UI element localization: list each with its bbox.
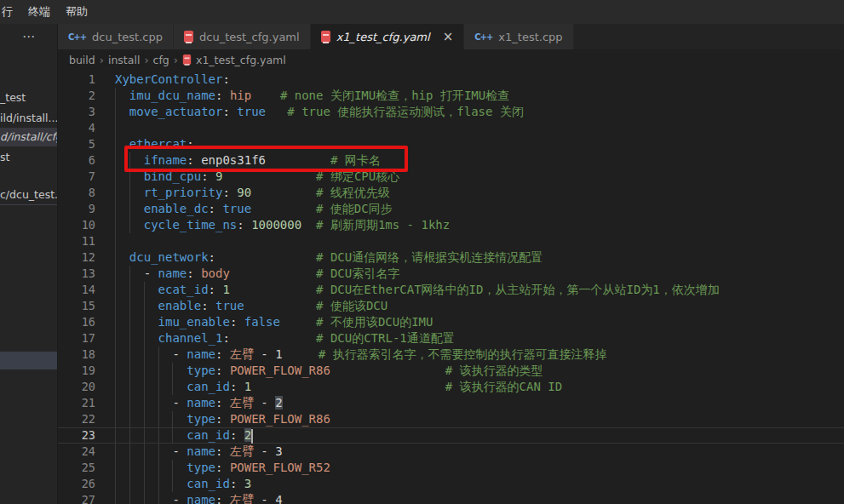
code-content: - name: 左臂 - 2	[115, 395, 844, 411]
code-line-18[interactable]: 18 - name: 左臂 - 1 # 执行器索引名字，不需要控制的执行器可直接…	[58, 346, 844, 363]
code-token: move_actuator	[129, 105, 223, 118]
code-token: dcu_network	[129, 250, 209, 264]
breadcrumb-segment[interactable]: install	[108, 54, 140, 66]
code-line-3[interactable]: 3 move_actuator: true # true 使能执行器运动测试，f…	[58, 104, 844, 120]
close-icon[interactable]: ×	[443, 31, 454, 43]
code-token: # 刷新周期1ms - 1khz	[316, 218, 450, 232]
code-token	[115, 364, 187, 377]
sidebar-item[interactable]: c/dcu_test...	[0, 186, 58, 204]
code-content: - name: body # DCU索引名字	[115, 266, 844, 282]
code-token: # 使能DC同步	[316, 202, 393, 215]
line-number: 22	[58, 411, 95, 427]
code-line-11[interactable]: 11	[58, 233, 844, 249]
code-content: rt_priority: 90 # 线程优先级	[115, 185, 844, 201]
code-line-23[interactable]: 23 can_id: 2	[58, 427, 844, 444]
code-editor[interactable]: 1XyberController:2 imu_dcu_name: hip # n…	[58, 71, 844, 504]
code-line-19[interactable]: 19 type: POWER_FLOW_R86 # 该执行器的类型	[58, 363, 844, 379]
code-line-7[interactable]: 7 bind_cpu: 9 # 绑定CPU核心	[58, 169, 844, 185]
line-number: 13	[58, 266, 95, 282]
sidebar-item[interactable]: d/install/cfg	[0, 128, 58, 146]
code-line-6[interactable]: 6 ifname: enp0s31f6 # 网卡名	[58, 152, 844, 169]
code-token	[230, 331, 316, 345]
line-number: 1	[58, 72, 95, 88]
more-actions-icon[interactable]: ⋯	[22, 29, 36, 44]
code-token: can_id	[187, 477, 230, 490]
indent-guide	[129, 379, 130, 395]
code-token: - 3	[254, 444, 283, 458]
breadcrumb[interactable]: build›install›cfg›x1_test_cfg.yaml	[58, 49, 844, 70]
code-line-20[interactable]: 20 can_id: 1 # 该执行器的CAN ID	[58, 379, 844, 395]
code-line-27[interactable]: 27 - name: 左臂 - 4	[58, 492, 844, 504]
indent-guide	[115, 363, 116, 379]
code-token	[266, 153, 330, 167]
code-token	[330, 364, 445, 377]
indent-guide	[158, 492, 159, 504]
code-line-8[interactable]: 8 rt_priority: 90 # 线程优先级	[58, 185, 844, 201]
code-line-16[interactable]: 16 imu_enable: false # 不使用该DCU的IMU	[58, 314, 844, 330]
code-token: 2	[244, 428, 251, 442]
sidebar-item[interactable]: _test	[0, 89, 58, 107]
code-content	[115, 120, 844, 136]
code-token: imu_enable	[158, 315, 230, 329]
code-token: 90	[237, 186, 251, 199]
indent-guide	[115, 346, 116, 363]
breadcrumb-segment[interactable]: build	[69, 54, 95, 66]
tab-dcu_test.cpp[interactable]: C++dcu_test.cpp	[58, 24, 174, 49]
code-token: :	[222, 105, 237, 118]
code-token: # 使能该DCU	[316, 299, 388, 312]
code-line-12[interactable]: 12 dcu_network: # DCU通信网络，请根据实机连接情况配置	[58, 249, 844, 266]
code-content: ecat_id: 1 # DCU在EtherCAT网络中的ID，从主站开始，第一…	[115, 282, 844, 298]
code-token: # none 关闭IMU检查，hip 打开IMU检查	[280, 89, 509, 102]
code-content: dcu_network: # DCU通信网络，请根据实机连接情况配置	[115, 249, 844, 266]
code-token: :	[215, 364, 230, 377]
code-token: channel_1	[158, 331, 223, 345]
sidebar-highlight-row[interactable]	[0, 352, 58, 369]
breadcrumb-segment[interactable]: cfg	[153, 54, 169, 66]
code-token	[230, 266, 316, 280]
code-content: - name: 左臂 - 1 # 执行器索引名字，不需要控制的执行器可直接注释掉	[115, 346, 844, 363]
code-token: imu_dcu_name	[129, 89, 215, 102]
sidebar-item[interactable]: st	[0, 148, 58, 167]
breadcrumb-file[interactable]: x1_test_cfg.yaml	[196, 54, 286, 66]
code-line-26[interactable]: 26 can_id: 3	[58, 476, 844, 492]
code-line-25[interactable]: 25 type: POWER_FLOW_R52	[58, 460, 844, 476]
code-token: true	[237, 105, 266, 118]
code-token: :	[215, 412, 230, 426]
indent-guide	[115, 233, 116, 249]
code-token: :	[230, 315, 244, 329]
code-line-17[interactable]: 17 channel_1: # DCU的CTRL-1通道配置	[58, 330, 844, 346]
indent-guide	[115, 152, 116, 169]
code-line-22[interactable]: 22 type: POWER_FLOW_R86	[58, 411, 844, 427]
sidebar-item[interactable]: ild/install...	[0, 109, 58, 128]
code-line-4[interactable]: 4	[58, 120, 844, 136]
code-line-5[interactable]: 5 ethercat:	[58, 136, 844, 152]
code-line-24[interactable]: 24 - name: 左臂 - 3	[58, 444, 844, 460]
text-cursor	[251, 429, 253, 444]
code-line-14[interactable]: 14 ecat_id: 1 # DCU在EtherCAT网络中的ID，从主站开始…	[58, 282, 844, 298]
tab-x1_test_cfg.yaml[interactable]: x1_test_cfg.yaml×	[311, 24, 465, 49]
code-content: can_id: 2	[115, 428, 844, 443]
code-line-15[interactable]: 15 enable: true # 使能该DCU	[58, 298, 844, 314]
menu-item-帮助[interactable]: 帮助	[58, 4, 95, 20]
code-line-13[interactable]: 13 - name: body # DCU索引名字	[58, 266, 844, 282]
menu-item-终端[interactable]: 终端	[20, 4, 58, 20]
code-line-21[interactable]: 21 - name: 左臂 - 2	[58, 395, 844, 411]
code-token: ethercat	[129, 137, 187, 151]
code-line-2[interactable]: 2 imu_dcu_name: hip # none 关闭IMU检查，hip 打…	[58, 88, 844, 104]
code-token	[115, 380, 187, 393]
code-token: :	[222, 331, 229, 345]
menu-item-行[interactable]: 行	[0, 4, 20, 20]
code-line-1[interactable]: 1XyberController:	[58, 72, 844, 88]
code-token: POWER_FLOW_R52	[230, 461, 330, 474]
indent-guide	[129, 266, 130, 282]
code-token: # 该执行器的类型	[445, 364, 543, 377]
code-line-9[interactable]: 9 enable_dc: true # 使能DC同步	[58, 201, 844, 217]
indent-guide	[129, 363, 130, 379]
code-content: ethercat:	[115, 136, 844, 152]
indent-guide	[115, 492, 116, 504]
code-line-10[interactable]: 10 cycle_time_ns: 1000000 # 刷新周期1ms - 1k…	[58, 217, 844, 233]
indent-guide	[129, 185, 130, 201]
indent-guide	[129, 476, 130, 492]
tab-x1_test.cpp[interactable]: C++x1_test.cpp	[464, 24, 573, 49]
tab-dcu_test_cfg.yaml[interactable]: dcu_test_cfg.yaml	[174, 24, 311, 49]
